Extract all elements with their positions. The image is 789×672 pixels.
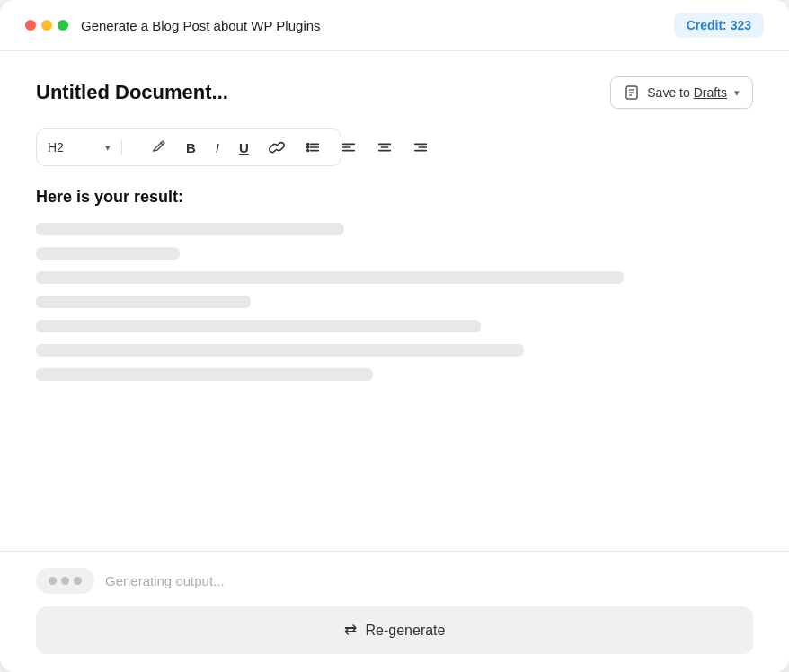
- link-icon: [269, 139, 285, 155]
- save-icon: [624, 84, 640, 101]
- heading-select[interactable]: H2 H1 H3 P: [48, 140, 102, 155]
- heading-chevron-icon: ▾: [105, 142, 111, 154]
- align-left-button[interactable]: [337, 137, 360, 157]
- skeleton-line: [36, 271, 624, 284]
- close-dot[interactable]: [25, 20, 36, 31]
- page-title: Generate a Blog Post about WP Plugins: [81, 18, 321, 33]
- drafts-label: Drafts: [694, 85, 727, 100]
- result-label: Here is your result:: [36, 188, 753, 207]
- skeleton-line: [36, 320, 481, 332]
- document-area: Untitled Document... Save to Drafts ▾: [0, 51, 789, 551]
- skeleton-lines: [36, 223, 753, 381]
- generating-row: Generating output...: [36, 568, 753, 594]
- chevron-down-icon: ▾: [734, 87, 740, 99]
- bold-button[interactable]: B: [182, 138, 199, 157]
- save-to-drafts-button[interactable]: Save to Drafts ▾: [610, 76, 753, 109]
- typing-dot-3: [74, 577, 82, 585]
- skeleton-line: [36, 368, 373, 381]
- align-center-button[interactable]: [373, 137, 396, 157]
- skeleton-line: [36, 247, 180, 260]
- typing-dots: [36, 568, 94, 594]
- align-right-button[interactable]: [409, 137, 432, 157]
- svg-point-7: [307, 144, 309, 146]
- align-left-icon: [341, 139, 357, 155]
- highlighter-button[interactable]: [147, 137, 170, 158]
- svg-point-9: [307, 150, 309, 152]
- doc-header-row: Untitled Document... Save to Drafts ▾: [36, 76, 753, 109]
- traffic-lights: [25, 20, 68, 31]
- heading-select-wrapper: H2 H1 H3 P ▾: [48, 140, 122, 155]
- italic-button[interactable]: I: [212, 138, 223, 157]
- document-icon: [624, 84, 640, 101]
- skeleton-line: [36, 223, 344, 235]
- top-bar-left: Generate a Blog Post about WP Plugins: [25, 18, 321, 33]
- link-button[interactable]: [265, 137, 288, 157]
- document-title: Untitled Document...: [36, 81, 228, 104]
- generating-text: Generating output...: [105, 573, 225, 588]
- list-icon: [305, 139, 321, 155]
- bottom-bar: Generating output... ⇄ Re-generate: [0, 551, 789, 672]
- save-label: Save to Drafts: [647, 85, 727, 100]
- credit-badge: Credit: 323: [674, 13, 764, 38]
- skeleton-line: [36, 296, 251, 308]
- highlighter-icon: [151, 138, 166, 156]
- minimize-dot[interactable]: [41, 20, 52, 31]
- typing-dot-2: [61, 577, 69, 585]
- align-center-icon: [377, 139, 393, 155]
- formatting-toolbar: H2 H1 H3 P ▾ B I U: [36, 128, 341, 166]
- underline-button[interactable]: U: [235, 138, 253, 157]
- svg-point-8: [307, 146, 309, 148]
- skeleton-line: [36, 344, 524, 357]
- result-section: Here is your result:: [36, 188, 753, 381]
- fullscreen-dot[interactable]: [58, 20, 68, 31]
- app-window: Generate a Blog Post about WP Plugins Cr…: [0, 0, 789, 672]
- top-bar: Generate a Blog Post about WP Plugins Cr…: [0, 0, 789, 51]
- regenerate-button[interactable]: ⇄ Re-generate: [36, 606, 753, 654]
- align-right-icon: [412, 139, 429, 155]
- regenerate-icon: ⇄: [344, 621, 357, 640]
- regenerate-label: Re-generate: [366, 623, 446, 639]
- list-button[interactable]: [301, 137, 324, 157]
- typing-dot-1: [49, 577, 57, 585]
